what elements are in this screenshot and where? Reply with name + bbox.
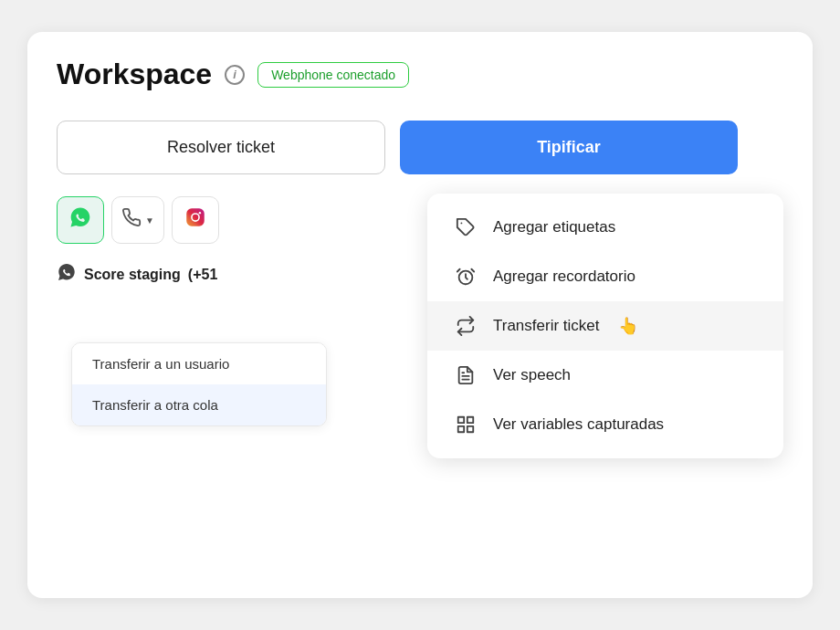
resolver-ticket-button[interactable]: Resolver ticket: [57, 121, 385, 174]
dropdown-menu: Agregar etiquetas Agregar recordatorio: [427, 194, 783, 458]
header: Workspace i Webphone conectado: [57, 58, 783, 91]
variables-label: Ver variables capturadas: [493, 415, 664, 434]
svg-rect-6: [458, 426, 464, 432]
channel-instagram-button[interactable]: [172, 196, 219, 244]
svg-point-10: [199, 212, 201, 214]
document-icon: [453, 365, 478, 385]
instagram-icon: [184, 205, 207, 235]
channel-phone-button[interactable]: ▼: [111, 196, 164, 244]
score-number: (+51: [188, 267, 217, 283]
info-icon[interactable]: i: [225, 65, 245, 85]
svg-rect-4: [458, 417, 464, 423]
page-title: Workspace: [57, 58, 212, 91]
dropdown-item-recordatorio[interactable]: Agregar recordatorio: [427, 252, 783, 301]
recordatorio-label: Agregar recordatorio: [493, 268, 635, 286]
transferir-label: Transferir ticket: [493, 317, 600, 335]
phone-icon: [121, 207, 142, 233]
transfer-queue-item[interactable]: Transferir a otra cola: [72, 384, 326, 425]
phone-dropdown-icon: ▼: [145, 215, 154, 226]
cursor-icon: 👆: [618, 316, 638, 336]
tag-icon: [453, 217, 478, 237]
speech-label: Ver speech: [493, 366, 571, 384]
dropdown-item-etiquetas[interactable]: Agregar etiquetas: [427, 203, 783, 252]
dropdown-item-speech[interactable]: Ver speech: [427, 351, 783, 400]
whatsapp-icon: [68, 205, 92, 235]
dropdown-item-transferir[interactable]: Transferir ticket 👆: [427, 301, 783, 351]
whatsapp-score-icon: [57, 262, 77, 287]
transfer-icon: [453, 316, 478, 336]
transfer-submenu: Transferir a un usuario Transferir a otr…: [71, 342, 327, 426]
channel-whatsapp-button[interactable]: [57, 196, 104, 244]
dropdown-item-variables[interactable]: Ver variables capturadas: [427, 400, 783, 449]
tipificar-button[interactable]: Tipificar: [400, 121, 738, 174]
svg-rect-5: [467, 417, 473, 423]
grid-icon: [453, 415, 478, 435]
svg-rect-7: [467, 426, 473, 432]
transfer-user-item[interactable]: Transferir a un usuario: [72, 343, 326, 384]
alarm-icon: [453, 267, 478, 287]
score-label: Score staging: [84, 267, 181, 283]
action-row: Resolver ticket Tipificar Agregar etique…: [57, 121, 783, 174]
main-card: Workspace i Webphone conectado Resolver …: [27, 32, 813, 598]
webphone-badge: Webphone conectado: [257, 62, 409, 88]
svg-rect-8: [186, 208, 205, 226]
etiquetas-label: Agregar etiquetas: [493, 218, 615, 236]
